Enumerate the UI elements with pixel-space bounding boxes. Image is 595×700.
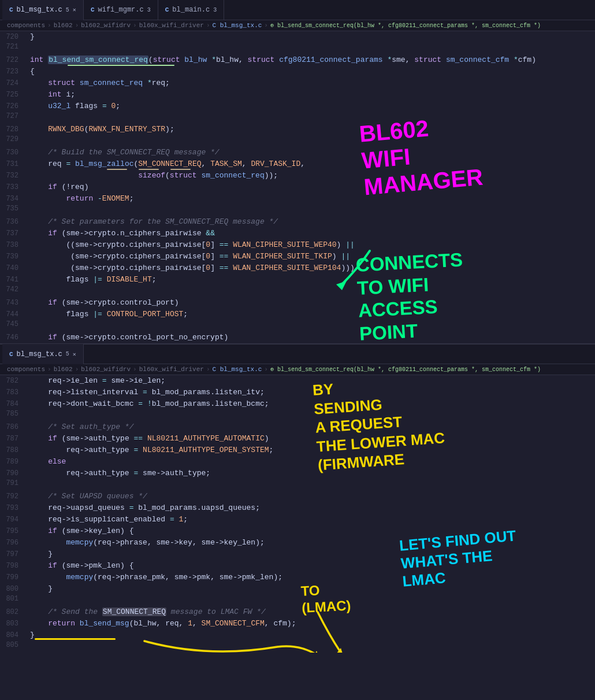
code-line-728: 728 RWNX_DBG(RWNX_FN_ENTRY_STR); xyxy=(0,124,595,135)
line-content-734: return -ENOMEM; xyxy=(28,193,595,205)
line-num-736: 736 xyxy=(0,218,28,226)
tab-bl-msg-tx[interactable]: C bl_msg_tx.c 5 ✕ xyxy=(2,0,84,20)
line-num-787: 787 xyxy=(0,435,28,443)
code-line-723: 723 { xyxy=(0,66,595,77)
line-content-740: (sme->crypto.ciphers_pairwise[0] == WLAN… xyxy=(28,262,595,274)
code-line-788: 788 req->auth_type = NL80211_AUTHTYPE_OP… xyxy=(0,445,595,456)
line-num-741: 741 xyxy=(0,276,28,284)
code-line-787: 787 if (sme->auth_type == NL80211_AUTHTY… xyxy=(0,433,595,445)
line-content-728: RWNX_DBG(RWNX_FN_ENTRY_STR); xyxy=(28,124,595,135)
code-line-738: 738 ((sme->crypto.ciphers_pairwise[0] ==… xyxy=(0,239,595,251)
line-num-743: 743 xyxy=(0,299,28,307)
tab-modified-count: 5 xyxy=(66,7,69,13)
line-num-734: 734 xyxy=(0,195,28,203)
code-line-726: 726 u32_l flags = 0; xyxy=(0,101,595,112)
line-content-783: req->listen_interval = bl_mod_params.lis… xyxy=(28,387,595,398)
line-num-791: 791 xyxy=(0,479,28,487)
tab-label: bl_msg_tx.c xyxy=(17,6,62,14)
line-content-731: req = bl_msg_zalloc(SM_CONNECT_REQ, TASK… xyxy=(28,158,595,170)
line-num-724: 724 xyxy=(0,79,28,87)
c-lang-icon-3: C xyxy=(165,6,169,13)
line-content-725: int i; xyxy=(28,89,595,101)
line-num-785: 785 xyxy=(0,410,28,418)
tab-label-3: bl_main.c xyxy=(172,6,210,14)
code-line-805: 805 xyxy=(0,641,595,653)
line-content-732: sizeof(struct sm_connect_req)); xyxy=(28,170,595,182)
c-lang-icon-4: C xyxy=(9,351,13,358)
code-line-793: 793 req->uapsd_queues = bl_mod_params.ua… xyxy=(0,502,595,514)
line-num-794: 794 xyxy=(0,516,28,524)
tab-bar-1: C bl_msg_tx.c 5 ✕ C wifi_mgmr.c 3 C bl_m… xyxy=(0,0,595,20)
tab-modified-count-3: 3 xyxy=(213,7,217,13)
breadcrumb-2: components› bl602› bl602_wifidrv› bl60x_… xyxy=(0,364,595,375)
panel-2-tab-bar: C bl_msg_tx.c 5 ✕ xyxy=(0,343,595,364)
line-num-733: 733 xyxy=(0,183,28,191)
tab-label-2: wifi_mgmr.c xyxy=(98,6,143,14)
code-line-784: 784 req->dont_wait_bcmc = !bl_mod_params… xyxy=(0,398,595,410)
code-line-739: 739 (sme->crypto.ciphers_pairwise[0] == … xyxy=(0,251,595,262)
line-num-744: 744 xyxy=(0,310,28,318)
line-num-732: 732 xyxy=(0,172,28,180)
breadcrumb-1: components› bl602› bl602_wifidrv› bl60x_… xyxy=(0,20,595,31)
line-content-786: /* Set auth_type */ xyxy=(28,421,595,433)
panel-1: C bl_msg_tx.c 5 ✕ C wifi_mgmr.c 3 C bl_m… xyxy=(0,0,595,343)
code-line-727: 727 xyxy=(0,112,595,124)
line-num-726: 726 xyxy=(0,102,28,110)
line-content-788: req->auth_type = NL80211_AUTHTYPE_OPEN_S… xyxy=(28,445,595,456)
code-line-720: 720 } xyxy=(0,31,595,43)
line-content-733: if (!req) xyxy=(28,182,595,193)
code-line-735: 735 xyxy=(0,205,595,216)
line-content-743: if (sme->crypto.control_port) xyxy=(28,297,595,309)
line-num-805: 805 xyxy=(0,641,28,649)
code-line-782: 782 req->ie_len = sme->ie_len; xyxy=(0,375,595,387)
line-num-799: 799 xyxy=(0,573,28,582)
code-line-732: 732 sizeof(struct sm_connect_req)); xyxy=(0,170,595,182)
code-line-791: 791 xyxy=(0,479,595,491)
line-num-801: 801 xyxy=(0,595,28,603)
line-num-723: 723 xyxy=(0,68,28,76)
line-content-790: req->auth_type = sme->auth_type; xyxy=(28,468,595,479)
line-num-745: 745 xyxy=(0,320,28,328)
line-content-739: (sme->crypto.ciphers_pairwise[0] == WLAN… xyxy=(28,251,595,262)
code-line-794: 794 req->is_supplicant_enabled = 1; xyxy=(0,514,595,525)
line-num-735: 735 xyxy=(0,205,28,213)
line-num-784: 784 xyxy=(0,400,28,408)
c-lang-icon: C xyxy=(9,6,13,13)
line-num-722: 722 xyxy=(0,56,28,64)
line-num-737: 737 xyxy=(0,229,28,238)
tab-bl-main[interactable]: C bl_main.c 3 xyxy=(158,0,224,20)
line-content-737: if (sme->crypto.n_ciphers_pairwise && xyxy=(28,228,595,239)
code-line-801: 801 xyxy=(0,595,595,606)
line-num-782: 782 xyxy=(0,377,28,385)
close-icon[interactable]: ✕ xyxy=(73,6,76,13)
line-content-803: return bl_send_msg(bl_hw, req, 1, SM_CON… xyxy=(28,618,595,629)
line-content-730: /* Build the SM_CONNECT_REQ message */ xyxy=(28,147,595,158)
tab-modified-count-2: 3 xyxy=(147,7,151,13)
code-line-730: 730 /* Build the SM_CONNECT_REQ message … xyxy=(0,147,595,158)
close-icon-2[interactable]: ✕ xyxy=(73,351,76,358)
line-num-786: 786 xyxy=(0,423,28,431)
line-num-800: 800 xyxy=(0,585,28,593)
code-line-783: 783 req->listen_interval = bl_mod_params… xyxy=(0,387,595,398)
code-line-733: 733 if (!req) xyxy=(0,182,595,193)
line-content-793: req->uapsd_queues = bl_mod_params.uapsd_… xyxy=(28,502,595,514)
line-num-740: 740 xyxy=(0,264,28,272)
tab-wifi-mgmr[interactable]: C wifi_mgmr.c 3 xyxy=(84,0,158,20)
line-num-725: 725 xyxy=(0,91,28,99)
code-line-789: 789 else xyxy=(0,456,595,468)
code-line-722: 722 int bl_send_sm_connect_req(struct bl… xyxy=(0,54,595,66)
code-line-804: 804 } xyxy=(0,629,595,641)
line-num-790: 790 xyxy=(0,469,28,477)
code-line-721: 721 xyxy=(0,43,595,54)
annotation-bl602-wifi-manager: BL602WIFIMANAGER xyxy=(358,110,484,200)
line-content-723: { xyxy=(28,66,595,77)
line-num-728: 728 xyxy=(0,125,28,134)
line-num-798: 798 xyxy=(0,562,28,570)
code-line-734: 734 return -ENOMEM; xyxy=(0,193,595,205)
line-num-738: 738 xyxy=(0,241,28,249)
line-num-720: 720 xyxy=(0,33,28,41)
tab-bl-msg-tx-2[interactable]: C bl_msg_tx.c 5 ✕ xyxy=(2,344,84,364)
yellow-underline-bottom xyxy=(35,638,116,640)
line-content-746: if (sme->crypto.control_port_no_encrypt) xyxy=(28,332,595,343)
line-content-741: flags |= DISABLE_HT; xyxy=(28,274,595,286)
